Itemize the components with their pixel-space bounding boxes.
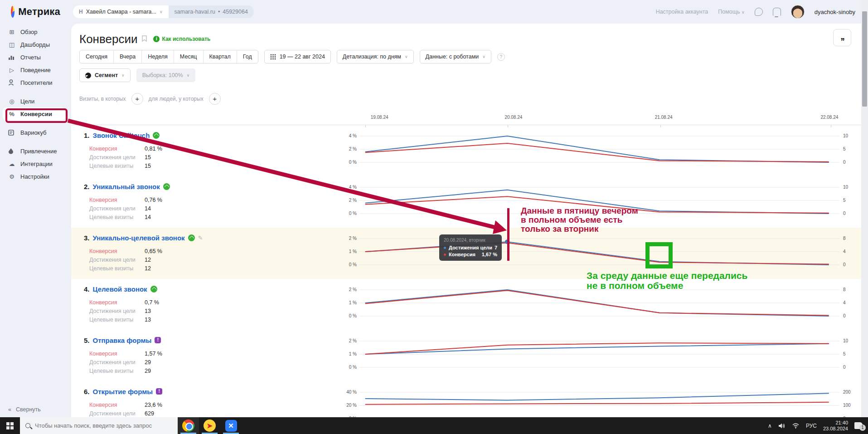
goal-title-link[interactable]: Целевой звонок — [93, 285, 147, 293]
account-settings-link[interactable]: Настройка аккаунта — [656, 9, 708, 15]
taskbar-app-yandex[interactable]: ➤ — [199, 417, 220, 434]
sidebar-item-settings[interactable]: ⚙Настройки — [0, 170, 71, 183]
percent-icon: % — [8, 111, 15, 117]
grid-icon: ⊞ — [8, 29, 15, 35]
period-yesterday[interactable]: Вчера — [114, 50, 142, 63]
conversion-value: 0,7 % — [145, 299, 159, 306]
add-visit-condition-button[interactable]: + — [131, 93, 143, 105]
edit-pencil-icon[interactable]: ✎ — [198, 234, 203, 241]
conversion-value: 1,57 % — [145, 351, 162, 357]
period-month[interactable]: Месяц — [174, 50, 204, 63]
search-icon — [25, 423, 30, 428]
add-people-condition-button[interactable]: + — [209, 93, 221, 105]
goal-title-link[interactable]: Уникально-целевой звонок — [93, 234, 185, 242]
visits-label: Целевые визиты — [89, 368, 145, 374]
notification-badge: 1 — [859, 424, 866, 431]
goal-title-link[interactable]: Звонок Calltouch — [93, 132, 150, 139]
goal-title-link[interactable]: Открытие формы — [93, 388, 153, 395]
sidebar-item-visitors[interactable]: Посетители — [0, 76, 71, 89]
reaches-label: Достижения цели — [89, 410, 145, 417]
metrika-logo-icon — [11, 6, 15, 18]
feedback-icon[interactable] — [755, 8, 763, 16]
counter-selector[interactable]: H Хавейл Самара - samara... ∨ samara-hav… — [73, 5, 254, 18]
right-axis: 1050 — [839, 185, 859, 228]
goal-title-link[interactable]: Уникальный звонок — [93, 183, 160, 190]
app-logo[interactable]: Метрика — [0, 6, 60, 18]
goal-row: 2. Уникальный звонок ✎ Конверсия0,76 % Д… — [71, 176, 861, 228]
reaches-label: Достижения цели — [89, 205, 145, 212]
help-question-icon[interactable]: ? — [497, 53, 505, 61]
segment-button[interactable]: Сегмент∨ — [79, 68, 131, 82]
goal-chart[interactable]: 2 %1 %0 % 840 — [343, 237, 861, 279]
detail-dropdown[interactable]: Детализация: по дням∨ — [337, 50, 414, 63]
date-range-button[interactable]: 19 — 22 авг 2024 — [264, 50, 331, 63]
chevron-down-icon: ∨ — [482, 54, 485, 59]
scrollbar-thumb[interactable] — [862, 11, 867, 107]
bookmark-icon[interactable] — [142, 35, 147, 44]
tray-expand-icon[interactable]: ∧ — [768, 423, 772, 429]
goal-row: 4. Целевой звонок ✎ Конверсия0,7 % Дости… — [71, 279, 861, 330]
counter-name: Хавейл Самара - samara... — [86, 9, 156, 15]
sidebar-item-dashboards[interactable]: ◫Дашборды — [0, 38, 71, 51]
taskbar-search[interactable] — [20, 417, 178, 434]
visits-label: Целевые визиты — [89, 317, 145, 323]
cloud-icon: ☁ — [8, 161, 15, 167]
period-today[interactable]: Сегодня — [80, 50, 114, 63]
volume-icon[interactable] — [778, 423, 786, 429]
period-year[interactable]: Год — [237, 50, 258, 63]
phone-icon — [188, 234, 195, 241]
conversion-label: Конверсия — [89, 197, 145, 203]
help-menu[interactable]: Помощь ∨ — [718, 9, 744, 15]
goal-title-link[interactable]: Отправка формы — [93, 336, 152, 344]
notifications-bell-icon[interactable] — [773, 8, 781, 16]
goal-chart[interactable]: 2 %1 %0 % 840 — [343, 288, 861, 330]
conversion-value: 0,76 % — [145, 197, 162, 203]
sidebar-item-goals[interactable]: ◎Цели — [0, 95, 71, 107]
taskbar-app-blue[interactable]: ✕ — [220, 417, 242, 434]
brand-name: Метрика — [18, 6, 60, 18]
phone-icon — [163, 183, 170, 190]
wifi-icon[interactable] — [792, 423, 800, 429]
goal-number: 1. — [84, 132, 90, 139]
goal-chart[interactable]: 4 %2 %0 % 1050 — [343, 185, 861, 228]
scrollbar[interactable] — [861, 0, 868, 417]
conversion-label: Конверсия — [89, 299, 145, 306]
clock[interactable]: 21:40 23.08.2024 — [823, 420, 848, 432]
taskbar-app-chrome[interactable] — [178, 417, 199, 434]
visits-label: Целевые визиты — [89, 265, 145, 272]
dashboards-icon: ◫ — [8, 41, 15, 48]
sidebar-item-variocube[interactable]: Вариокуб — [0, 126, 71, 139]
action-center-icon[interactable]: 1 — [854, 422, 863, 429]
chevron-down-icon: ∨ — [187, 73, 190, 78]
visits-value: 14 — [145, 214, 151, 220]
goal-chart[interactable]: 40 %20 %0 % 2001000 — [343, 390, 861, 417]
language-indicator[interactable]: РУС — [806, 423, 817, 429]
tooltip-date: 20.08.2024, вторник — [444, 238, 497, 243]
sidebar-item-reports[interactable]: Отчеты — [0, 51, 71, 63]
conversion-label: Конверсия — [89, 248, 145, 254]
sampling-dropdown[interactable]: Выборка: 100%∨ — [136, 68, 196, 82]
sidebar-item-integrations[interactable]: ☁Интеграции — [0, 157, 71, 170]
sidebar-item-conversions[interactable]: %Конверсии — [3, 107, 65, 120]
period-week[interactable]: Неделя — [142, 50, 174, 63]
conversion-value: 0,65 % — [145, 248, 162, 254]
topbar: Метрика H Хавейл Самара - samara... ∨ sa… — [0, 0, 868, 24]
goal-chart[interactable]: 2 %1 %0 % 1050 — [343, 339, 861, 381]
start-button[interactable] — [0, 417, 20, 434]
collapse-sidebar-button[interactable]: «Свернуть — [8, 406, 41, 413]
avatar[interactable] — [791, 5, 805, 19]
data-mode-dropdown[interactable]: Данные: с роботами∨ — [420, 50, 491, 63]
taskbar: ➤ ✕ ∧ РУС 21:40 23.08.2024 1 — [0, 417, 868, 434]
right-axis: 1050 — [839, 339, 859, 381]
sidebar-item-behavior[interactable]: ▷Поведение — [0, 63, 71, 76]
export-tools-button[interactable]: ,, — [833, 29, 851, 46]
sidebar-item-acquisition[interactable]: Привлечение — [0, 145, 71, 157]
conversion-label: Конверсия — [89, 146, 145, 152]
gear-icon: ⚙ — [8, 173, 15, 180]
period-quarter[interactable]: Квартал — [204, 50, 237, 63]
search-input[interactable] — [35, 422, 171, 429]
goal-chart[interactable]: 4 %2 %0 % 1050 — [343, 134, 861, 176]
phone-icon — [153, 132, 160, 139]
sidebar-item-overview[interactable]: ⊞Обзор — [0, 25, 71, 38]
how-to-use-link[interactable]: i Как использовать — [153, 36, 210, 42]
